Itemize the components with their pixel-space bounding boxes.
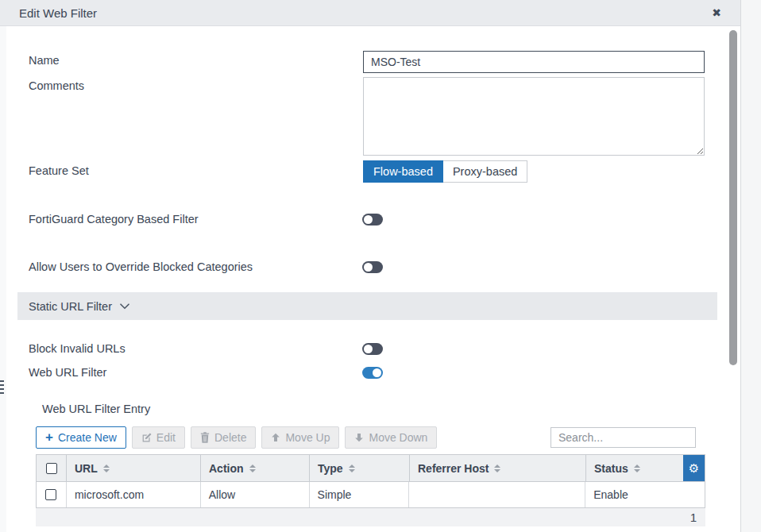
page-number[interactable]: 1 <box>690 511 697 524</box>
allow-override-toggle[interactable] <box>362 261 383 273</box>
url-filter-table: URL Action Type Referrer Host Status <box>36 454 705 508</box>
row-checkbox[interactable] <box>45 489 56 500</box>
table-pagination: 1 <box>36 508 705 526</box>
column-header-referrer-host[interactable]: Referrer Host <box>409 455 585 481</box>
search-input[interactable] <box>550 427 696 448</box>
column-header-url[interactable]: URL <box>66 455 200 481</box>
edit-web-filter-dialog: Edit Web Filter ✖ Name Comments Feature … <box>0 0 741 532</box>
sort-icon <box>634 465 640 472</box>
feature-set-proxy-based-button[interactable]: Proxy-based <box>443 160 527 183</box>
allow-override-label: Allow Users to Override Blocked Categori… <box>29 260 253 273</box>
feature-set-flow-based-button[interactable]: Flow-based <box>363 160 443 183</box>
row-checkbox-cell <box>37 482 66 507</box>
edit-icon <box>141 433 152 443</box>
name-input[interactable] <box>363 51 705 73</box>
block-invalid-urls-toggle[interactable] <box>362 343 383 355</box>
background-page-sliver <box>0 26 6 532</box>
move-down-button[interactable]: Move Down <box>345 426 437 449</box>
background-list-icon <box>0 380 4 396</box>
column-header-status[interactable]: Status <box>585 455 683 481</box>
plus-icon: + <box>45 430 53 444</box>
gear-icon: ⚙ <box>689 462 699 474</box>
feature-set-segmented-control: Flow-based Proxy-based <box>363 160 527 183</box>
block-invalid-urls-label: Block Invalid URLs <box>29 342 126 355</box>
page-background: Edit Web Filter ✖ Name Comments Feature … <box>0 0 761 532</box>
chevron-down-icon <box>120 303 129 310</box>
trash-icon <box>200 432 210 443</box>
sort-icon <box>103 465 110 472</box>
dialog-titlebar: Edit Web Filter ✖ <box>0 0 740 26</box>
cell-url: microsoft.com <box>66 482 200 507</box>
column-header-type[interactable]: Type <box>309 455 409 481</box>
comments-label: Comments <box>29 79 84 92</box>
delete-button[interactable]: Delete <box>191 426 256 449</box>
table-row[interactable]: microsoft.com Allow Simple Enable <box>37 482 705 507</box>
arrow-up-icon <box>271 433 280 442</box>
sort-icon <box>249 465 256 472</box>
sort-icon <box>349 465 355 472</box>
scrollbar-thumb[interactable] <box>729 30 737 365</box>
arrow-down-icon <box>354 433 364 442</box>
web-url-filter-entry-title: Web URL Filter Entry <box>42 403 150 415</box>
cell-referrer-host <box>408 482 585 507</box>
edit-button[interactable]: Edit <box>132 426 185 449</box>
sort-icon <box>494 465 500 472</box>
fortiguard-category-toggle[interactable] <box>362 214 383 226</box>
web-url-filter-label: Web URL Filter <box>29 366 106 379</box>
select-all-checkbox[interactable] <box>46 463 57 474</box>
fortiguard-category-label: FortiGuard Category Based Filter <box>29 213 199 226</box>
name-label: Name <box>29 54 60 67</box>
feature-set-label: Feature Set <box>29 164 89 177</box>
table-header-row: URL Action Type Referrer Host Status <box>37 455 705 482</box>
static-url-filter-section-header[interactable]: Static URL Filter <box>17 292 717 320</box>
move-up-button[interactable]: Move Up <box>261 426 339 449</box>
web-url-filter-toggle[interactable] <box>362 367 383 379</box>
cell-action: Allow <box>200 482 309 507</box>
comments-input[interactable] <box>363 77 705 156</box>
cell-type: Simple <box>309 482 409 507</box>
dialog-title: Edit Web Filter <box>19 6 97 20</box>
create-new-button[interactable]: + Create New <box>36 426 126 449</box>
cell-status: Enable <box>585 482 705 507</box>
static-url-filter-section-title: Static URL Filter <box>29 300 112 313</box>
close-icon[interactable]: ✖ <box>712 7 721 18</box>
select-all-cell <box>37 455 66 481</box>
column-header-action[interactable]: Action <box>200 455 309 481</box>
entry-toolbar: + Create New Edit Delete Move Up <box>36 426 437 449</box>
table-settings-button[interactable]: ⚙ <box>683 455 705 481</box>
